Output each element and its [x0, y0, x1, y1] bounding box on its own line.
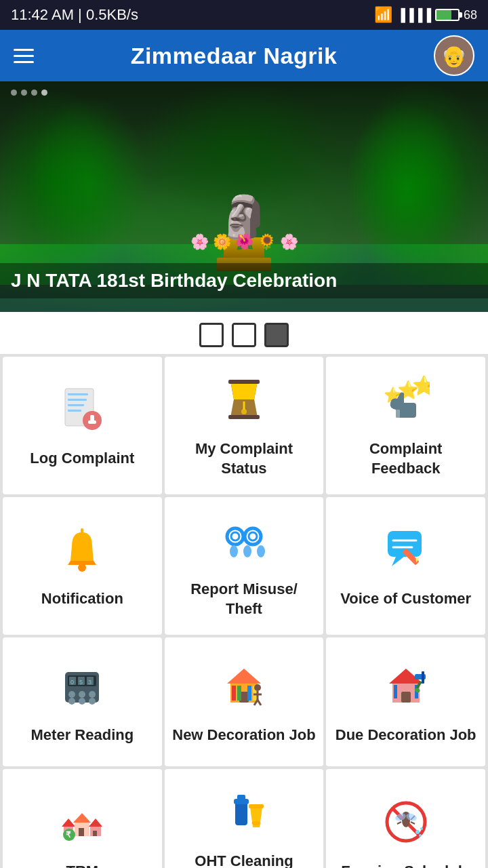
svg-rect-2: [68, 399, 87, 401]
banner: 🗿 🌸🌼🌺🌻🌸 J N TATA 181st Birthday Celebrat…: [0, 81, 488, 312]
grid-item-new-decoration[interactable]: New Decoration Job: [165, 637, 324, 766]
svg-point-29: [257, 545, 265, 557]
slide-indicators: [0, 312, 488, 354]
grid-item-voice-of-customer[interactable]: Voice of Customer: [326, 497, 485, 635]
slide-indicator-1[interactable]: [199, 323, 224, 347]
banner-top-dots: [11, 90, 47, 96]
svg-point-46: [89, 691, 96, 698]
svg-rect-64: [401, 692, 411, 703]
grid-item-log-complaint[interactable]: Log Complaint: [3, 357, 162, 494]
battery-level: 68: [464, 8, 477, 22]
svg-rect-82: [235, 802, 247, 825]
svg-point-20: [78, 564, 86, 572]
grid-item-meter-reading[interactable]: 0 5 3 Meter Reading: [3, 637, 162, 766]
svg-rect-7: [88, 420, 96, 424]
complaint-feedback-icon: ⭐ ⭐ ⭐: [382, 376, 430, 430]
svg-point-57: [254, 684, 261, 691]
hamburger-menu[interactable]: [14, 49, 34, 63]
svg-rect-12: [228, 415, 260, 419]
grid-item-notification[interactable]: Notification: [3, 497, 162, 635]
app-title: Zimmedaar Nagrik: [131, 43, 338, 69]
svg-rect-79: [93, 831, 97, 836]
due-decoration-label: Due Decoration Job: [336, 726, 476, 745]
meter-reading-label: Meter Reading: [31, 726, 134, 745]
svg-text:3: 3: [88, 679, 92, 686]
svg-rect-3: [68, 404, 84, 406]
svg-point-27: [230, 545, 238, 557]
report-misuse-icon: [220, 516, 268, 570]
report-misuse-label: Report Misuse/ Theft: [171, 580, 317, 618]
svg-rect-11: [228, 380, 260, 384]
svg-point-98: [415, 830, 420, 834]
svg-rect-55: [247, 686, 251, 701]
svg-point-25: [249, 532, 257, 540]
trm-icon: ₹: [58, 798, 106, 852]
svg-point-87: [251, 821, 261, 825]
app-header: Zimmedaar Nagrik 👴: [0, 30, 488, 81]
svg-rect-1: [68, 393, 88, 395]
svg-text:0: 0: [70, 679, 74, 686]
svg-point-100: [419, 834, 422, 837]
grid-item-report-misuse[interactable]: Report Misuse/ Theft: [165, 497, 324, 635]
svg-point-47: [68, 698, 75, 705]
wifi-icon: 📶: [374, 6, 392, 24]
svg-rect-68: [422, 671, 424, 684]
trm-label: TRM: [66, 862, 99, 868]
status-bar-right: 📶 ▐▐▐▐ 68: [374, 6, 477, 24]
menu-grid: Log Complaint My Complaint Status ⭐: [0, 354, 488, 868]
svg-point-45: [79, 691, 85, 698]
slide-indicator-2[interactable]: [232, 323, 256, 347]
svg-line-92: [397, 822, 401, 824]
oht-cleaning-icon: [220, 788, 268, 842]
voice-of-customer-icon: [382, 526, 430, 580]
banner-title: J N TATA 181st Birthday Celebration: [0, 263, 488, 298]
status-bar: 11:42 AM | 0.5KB/s 📶 ▐▐▐▐ 68: [0, 0, 488, 30]
svg-point-28: [243, 545, 251, 557]
user-avatar[interactable]: 👴: [434, 35, 474, 76]
battery-icon: [435, 9, 460, 21]
grid-item-complaint-feedback[interactable]: ⭐ ⭐ ⭐ Complaint Feedback: [326, 357, 485, 494]
new-decoration-label: New Decoration Job: [172, 726, 315, 745]
svg-rect-19: [396, 410, 400, 418]
grid-item-oht-cleaning[interactable]: OHT Cleaning Schedule: [165, 769, 324, 868]
svg-line-94: [411, 822, 415, 824]
log-complaint-icon: [58, 385, 106, 439]
meter-reading-icon: 0 5 3: [58, 662, 106, 716]
svg-rect-76: [79, 828, 84, 836]
signal-icon: ▐▐▐▐: [396, 8, 431, 22]
log-complaint-label: Log Complaint: [30, 449, 134, 469]
slide-indicator-3[interactable]: [264, 323, 289, 347]
due-decoration-icon: [382, 662, 430, 716]
grid-item-complaint-status[interactable]: My Complaint Status: [165, 357, 324, 494]
svg-text:₹: ₹: [66, 830, 71, 840]
svg-point-44: [68, 691, 75, 698]
svg-marker-74: [73, 813, 91, 823]
oht-cleaning-label: OHT Cleaning Schedule: [171, 852, 317, 868]
grid-item-trm[interactable]: ₹ TRM: [3, 769, 162, 868]
voice-of-customer-label: Voice of Customer: [340, 589, 471, 609]
svg-rect-53: [232, 686, 236, 701]
svg-rect-86: [249, 804, 264, 808]
svg-rect-65: [394, 685, 397, 698]
svg-point-48: [79, 698, 85, 705]
svg-rect-84: [237, 795, 245, 800]
complaint-feedback-label: Complaint Feedback: [333, 439, 479, 478]
svg-text:⭐: ⭐: [412, 376, 430, 397]
banner-flowers: 🌸🌼🌺🌻🌸: [190, 233, 298, 251]
complaint-status-label: My Complaint Status: [171, 439, 317, 478]
svg-point-49: [89, 698, 96, 705]
svg-marker-9: [230, 381, 258, 399]
fogging-label: Fogging Schedule: [341, 862, 470, 868]
svg-point-14: [241, 409, 247, 414]
svg-text:5: 5: [79, 679, 83, 686]
svg-rect-4: [68, 410, 81, 412]
new-decoration-icon: [220, 662, 268, 716]
svg-marker-50: [227, 669, 261, 684]
grid-item-fogging[interactable]: Fogging Schedule: [326, 769, 485, 868]
fogging-icon: [382, 798, 430, 852]
grid-item-due-decoration[interactable]: Due Decoration Job: [326, 637, 485, 766]
complaint-status-icon: [220, 376, 268, 430]
status-time: 11:42 AM | 0.5KB/s: [11, 6, 138, 24]
notification-icon: [58, 526, 106, 580]
svg-point-22: [227, 528, 243, 545]
